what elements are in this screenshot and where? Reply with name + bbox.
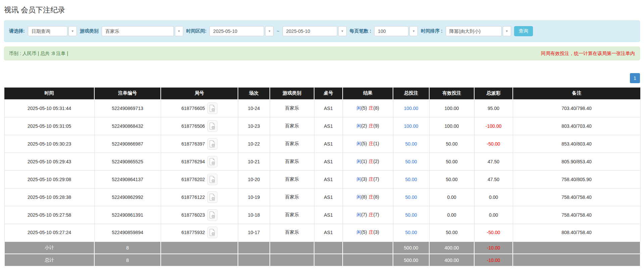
cell-payout: 95.00 [474,99,513,117]
result-player-score: (7) [361,212,367,217]
select-type-label: 请选择: [9,28,25,34]
result-banker-label: 庄 [369,212,374,217]
cell-bet-no: 522490866987 [94,135,161,153]
cell-game-type: 百家乐 [270,188,314,206]
result-banker-label: 庄 [369,123,374,128]
chevron-down-icon[interactable]: ▼ [409,26,418,36]
cell-valid-bet: 50.00 [429,153,474,170]
cell-total-bet: 100.00 [393,117,429,135]
total-bet-link[interactable]: 50.00 [405,159,417,164]
query-type-select[interactable]: 日期查询 ▼ [28,26,77,36]
cell-table-no: AS1 [314,153,343,170]
video-record-icon[interactable] [207,120,217,132]
result-banker-label: 庄 [369,194,374,200]
video-record-icon[interactable] [207,227,217,238]
total-bet-link[interactable]: 50.00 [405,212,417,218]
sort-order-select[interactable]: 降冪(由大到小) ▼ [446,26,511,36]
cell-table-no: AS1 [314,99,343,117]
round-no-value: 618776202 [181,177,205,182]
table-row: 2025-05-10 05:29:43 522490865525 6187762… [4,153,640,170]
cell-valid-bet: 0.00 [429,188,474,206]
cell-payout: 47.50 [474,153,513,170]
total-bet-link[interactable]: 50.00 [405,141,417,147]
cell-round-no: 618776294 [161,153,238,170]
cell-bet-no: 522490859894 [94,224,161,241]
cell-total-bet: 50.00 [393,188,429,206]
cell-session: 10-19 [238,188,270,206]
result-player-label: 闲 [356,105,361,111]
cell-result: 闲(7)庄(7) [343,206,393,224]
cell-table-no: AS1 [314,188,343,206]
total-bet-link[interactable]: 50.00 [405,177,417,182]
date-from-value[interactable]: 2025-05-10 [209,26,264,36]
cell-session: 10-21 [238,153,270,170]
video-record-icon[interactable] [207,191,217,203]
cell-session: 10-20 [238,170,270,188]
date-to-value[interactable]: 2025-05-10 [283,26,337,36]
betting-records-table: 时间 注单编号 局号 场次 游戏类别 桌号 结果 总投注 有效投注 总派彩 备注… [4,88,641,267]
game-type-value[interactable]: 百家乐 [102,26,174,36]
cell-time: 2025-05-10 05:29:08 [4,170,94,188]
header-remark: 备注 [513,88,640,99]
date-to-select[interactable]: 2025-05-10 ▼ [283,26,347,36]
result-player-label: 闲 [356,229,361,235]
cell-payout: 0.00 [474,206,513,224]
cell-valid-bet: 100.00 [429,117,474,135]
game-type-select[interactable]: 百家乐 ▼ [102,26,183,36]
total-bet-link[interactable]: 50.00 [405,230,417,235]
cell-total-bet: 50.00 [393,224,429,241]
total-bet-link[interactable]: 50.00 [405,195,417,200]
video-file-glyph [209,105,215,112]
chevron-down-icon[interactable]: ▼ [68,26,77,36]
cell-result: 闲(5)庄(1) [343,135,393,153]
grand-total-total-bet: 500.00 [393,254,429,266]
video-file-glyph [209,140,215,148]
result-player-label: 闲 [356,159,361,164]
round-no-value: 618776122 [181,195,205,200]
cell-payout: -50.00 [474,135,513,153]
cell-game-type: 百家乐 [270,206,314,224]
cell-round-no: 618776023 [161,206,238,224]
subtotal-row: 小计 8 500.00 400.00 -10.00 [4,241,640,254]
sort-order-value[interactable]: 降冪(由大到小) [446,26,502,36]
header-session: 场次 [238,88,270,99]
query-type-value[interactable]: 日期查询 [28,26,67,36]
video-record-icon[interactable] [207,174,217,185]
cell-round-no: 618776202 [161,170,238,188]
date-from-select[interactable]: 2025-05-10 ▼ [209,26,274,36]
cell-table-no: AS1 [314,117,343,135]
page-size-label: 每页笔数 : [350,28,371,34]
main-container: 视讯 会员下注纪录 请选择: 日期查询 ▼ 游戏类别 百家乐 ▼ 时间区间: 2… [4,0,640,267]
cell-time: 2025-05-10 05:28:38 [4,188,94,206]
video-record-icon[interactable] [207,209,217,221]
cell-payout: -100.00 [474,117,513,135]
video-record-icon[interactable] [207,156,217,167]
cell-table-no: AS1 [314,170,343,188]
cell-total-bet: 50.00 [393,170,429,188]
cell-round-no: 618776397 [161,135,238,153]
round-no-value: 618776294 [181,159,205,164]
total-bet-link[interactable]: 100.00 [404,106,418,111]
result-player-score: (1) [361,159,367,164]
cell-time: 2025-05-10 05:30:23 [4,135,94,153]
chevron-down-icon[interactable]: ▼ [265,26,274,36]
video-record-icon[interactable] [207,103,217,114]
chevron-down-icon[interactable]: ▼ [338,26,347,36]
pagination-page-1-button[interactable]: 1 [630,73,640,83]
cell-result: 闲(3)庄(7) [343,170,393,188]
page-size-value[interactable]: 100 [374,26,408,36]
search-button[interactable]: 查询 [514,26,533,36]
cell-bet-no: 522490869713 [94,99,161,117]
cell-payout: -50.00 [474,224,513,241]
cell-bet-no: 522490865525 [94,153,161,170]
total-bet-link[interactable]: 100.00 [404,123,418,129]
video-record-icon[interactable] [207,138,217,150]
result-banker-label: 庄 [369,105,374,111]
cell-payout: 0.00 [474,188,513,206]
cell-result: 闲(5)庄(3) [343,224,393,241]
result-banker-score: (8) [374,105,379,111]
page-size-select[interactable]: 100 ▼ [374,26,418,36]
chevron-down-icon[interactable]: ▼ [175,26,183,36]
chevron-down-icon[interactable]: ▼ [503,26,511,36]
cell-total-bet: 50.00 [393,153,429,170]
